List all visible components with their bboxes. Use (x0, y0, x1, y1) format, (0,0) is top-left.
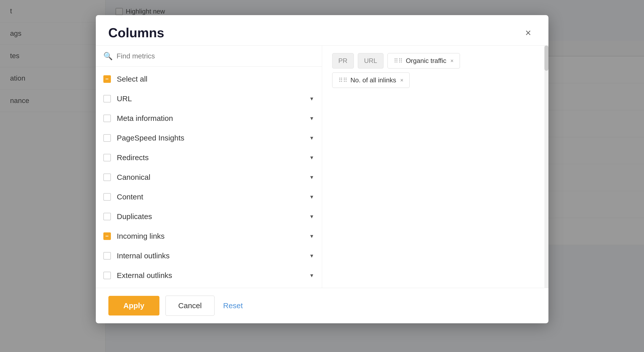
metric-label-content: Content (117, 193, 303, 201)
modal-header: Columns × (96, 15, 548, 46)
drag-icon[interactable]: ⠿⠿ (338, 77, 348, 84)
chevron-down-icon: ▼ (309, 253, 314, 259)
metric-item-internal-outlinks[interactable]: Internal outlinks ▼ (96, 246, 322, 266)
tag-pr-label: PR (338, 57, 348, 65)
metrics-list: Select all URL ▼ Meta information ▼ (96, 67, 322, 288)
modal-title: Columns (108, 25, 164, 40)
selected-columns-panel: PR URL ⠿⠿ Organic traffic × ⠿⠿ (322, 46, 544, 288)
metric-label-pagespeed: PageSpeed Insights (117, 134, 303, 142)
remove-inlinks-button[interactable]: × (400, 77, 404, 84)
metric-checkbox-redirects[interactable] (103, 154, 111, 161)
chevron-down-icon: ▼ (309, 214, 314, 220)
metric-checkbox-canonical[interactable] (103, 173, 111, 181)
chevron-down-icon: ▼ (309, 135, 314, 141)
reset-button[interactable]: Reset (221, 296, 245, 315)
drag-icon[interactable]: ⠿⠿ (394, 57, 403, 64)
metric-item-meta-information[interactable]: Meta information ▼ (96, 109, 322, 128)
metric-label-internal: Internal outlinks (117, 252, 303, 260)
select-all-label: Select all (117, 75, 314, 83)
metric-item-duplicates[interactable]: Duplicates ▼ (96, 207, 322, 226)
metric-checkbox-meta[interactable] (103, 115, 111, 122)
metric-checkbox-duplicates[interactable] (103, 213, 111, 220)
apply-button[interactable]: Apply (108, 296, 159, 315)
modal-footer: Apply Cancel Reset (96, 288, 548, 323)
metric-item-canonical[interactable]: Canonical ▼ (96, 167, 322, 187)
tag-no-of-all-inlinks: ⠿⠿ No. of all inlinks × (332, 73, 410, 88)
modal-overlay: Columns × 🔍 Select all (0, 0, 644, 352)
tag-inlinks-label: No. of all inlinks (351, 76, 396, 84)
tag-organic-traffic-label: Organic traffic (406, 57, 446, 65)
metric-checkbox-pagespeed[interactable] (103, 134, 111, 142)
remove-organic-traffic-button[interactable]: × (450, 58, 454, 64)
metrics-panel: 🔍 Select all URL ▼ (96, 46, 322, 288)
search-input[interactable] (117, 52, 314, 60)
select-all-checkbox[interactable] (103, 75, 111, 83)
chevron-down-icon: ▼ (309, 273, 314, 278)
metric-item-incoming-links[interactable]: Incoming links ▼ (96, 226, 322, 246)
metric-checkbox-url[interactable] (103, 95, 111, 102)
metric-label-incoming: Incoming links (117, 232, 303, 240)
metric-label-external: External outlinks (117, 271, 303, 280)
columns-modal: Columns × 🔍 Select all (96, 15, 548, 323)
cancel-button[interactable]: Cancel (165, 296, 214, 316)
tag-url-label: URL (364, 57, 377, 65)
metric-label-redirects: Redirects (117, 153, 303, 162)
chevron-down-icon: ▼ (309, 116, 314, 121)
search-icon: 🔍 (103, 52, 113, 60)
chevron-down-icon: ▼ (309, 155, 314, 161)
chevron-down-icon: ▼ (309, 233, 314, 239)
metric-checkbox-internal[interactable] (103, 252, 111, 260)
tag-organic-traffic: ⠿⠿ Organic traffic × (388, 53, 460, 68)
metric-label-duplicates: Duplicates (117, 212, 303, 221)
chevron-down-icon: ▼ (309, 174, 314, 180)
close-button[interactable]: × (521, 25, 536, 40)
metric-label-url: URL (117, 94, 303, 103)
selected-tags-container: PR URL ⠿⠿ Organic traffic × ⠿⠿ (332, 53, 534, 88)
metric-item-url[interactable]: URL ▼ (96, 89, 322, 109)
metric-label-meta: Meta information (117, 114, 303, 123)
modal-body: 🔍 Select all URL ▼ (96, 46, 548, 288)
metric-item-pagespeed[interactable]: PageSpeed Insights ▼ (96, 128, 322, 148)
right-scrollbar[interactable] (544, 46, 548, 288)
chevron-down-icon: ▼ (309, 96, 314, 102)
search-box: 🔍 (96, 46, 322, 67)
tag-url: URL (358, 53, 383, 68)
metric-item-external-outlinks[interactable]: External outlinks ▼ (96, 266, 322, 285)
metric-checkbox-external[interactable] (103, 272, 111, 279)
metric-label-canonical: Canonical (117, 173, 303, 182)
scrollbar-thumb[interactable] (544, 46, 548, 71)
metric-item-content[interactable]: Content ▼ (96, 187, 322, 207)
metric-item-redirects[interactable]: Redirects ▼ (96, 148, 322, 167)
select-all-item[interactable]: Select all (96, 69, 322, 89)
chevron-down-icon: ▼ (309, 194, 314, 200)
metric-checkbox-incoming[interactable] (103, 232, 111, 240)
tag-pr: PR (332, 53, 354, 68)
metric-checkbox-content[interactable] (103, 193, 111, 201)
